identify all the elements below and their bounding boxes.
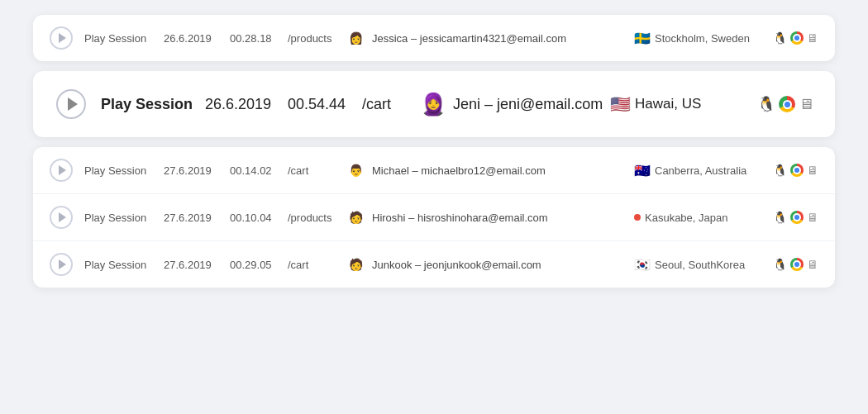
- session-date-5: 27.6.2019: [164, 259, 230, 271]
- flag-icon-5: 🇰🇷: [634, 257, 651, 273]
- session-path-4: /products: [288, 212, 346, 224]
- user-text-5: Junkook – jeonjunkook@email.com: [372, 259, 541, 271]
- play-button-1[interactable]: [50, 26, 73, 50]
- location-1: 🇸🇪 Stockholm, Sweden: [634, 31, 766, 46]
- user-text-2: Jeni – jeni@email.com: [453, 96, 603, 113]
- play-button-5[interactable]: [50, 253, 73, 276]
- flag-dot-4: [634, 214, 641, 221]
- user-info-2: 🧕 Jeni – jeni@email.com: [420, 91, 610, 117]
- play-icon-1: [59, 33, 66, 43]
- flag-icon-3: 🇦🇺: [634, 163, 651, 178]
- session-card-1: Play Session 26.6.2019 00.28.18 /product…: [33, 15, 835, 61]
- linux-icon-4: 🐧: [773, 211, 787, 224]
- session-row-2: Play Session 26.6.2019 00.54.44 /cart 🧕 …: [33, 71, 835, 137]
- session-date-3: 27.6.2019: [164, 164, 230, 177]
- avatar-1: 👩: [346, 28, 365, 48]
- session-date-2: 26.6.2019: [205, 96, 288, 113]
- flag-icon-1: 🇸🇪: [634, 31, 651, 46]
- session-label-1: Play Session: [84, 32, 159, 45]
- tech-icons-2: 🐧 🖥: [757, 95, 813, 113]
- session-label-5: Play Session: [84, 259, 159, 271]
- user-info-3: 👨 Michael – michaelbro12@email.com: [346, 160, 634, 180]
- session-row-3: Play Session 27.6.2019 00.14.02 /cart 👨 …: [33, 147, 835, 194]
- location-5: 🇰🇷 Seoul, SouthKorea: [634, 257, 766, 273]
- monitor-icon-2: 🖥: [799, 96, 813, 113]
- tech-icons-1: 🐧 🖥: [773, 31, 818, 45]
- chrome-icon-1: [790, 31, 804, 45]
- tech-icons-5: 🐧 🖥: [773, 258, 818, 271]
- session-path-1: /products: [288, 32, 346, 45]
- chrome-icon-5: [790, 258, 804, 271]
- flag-icon-2: 🇺🇸: [610, 94, 631, 114]
- play-icon-5: [59, 259, 66, 269]
- play-button-2[interactable]: [56, 89, 86, 119]
- session-path-3: /cart: [288, 164, 346, 177]
- chrome-icon-4: [790, 211, 804, 224]
- location-3: 🇦🇺 Canberra, Australia: [634, 163, 766, 178]
- session-card-2: Play Session 26.6.2019 00.54.44 /cart 🧕 …: [33, 71, 835, 137]
- location-text-1: Stockholm, Sweden: [655, 32, 750, 45]
- session-time-5: 00.29.05: [230, 259, 288, 271]
- session-path-2: /cart: [362, 96, 420, 113]
- session-time-3: 00.14.02: [230, 164, 288, 177]
- monitor-icon-3: 🖥: [807, 164, 818, 177]
- session-time-4: 00.10.04: [230, 212, 288, 224]
- session-row-1: Play Session 26.6.2019 00.28.18 /product…: [33, 15, 835, 61]
- session-date-1: 26.6.2019: [164, 32, 230, 45]
- monitor-icon-5: 🖥: [807, 258, 818, 271]
- linux-icon-2: 🐧: [757, 95, 775, 113]
- location-text-4: Kasukabe, Japan: [645, 212, 727, 224]
- location-2: 🇺🇸 Hawai, US: [610, 94, 751, 114]
- tech-icons-4: 🐧 🖥: [773, 211, 818, 224]
- session-card-group: Play Session 27.6.2019 00.14.02 /cart 👨 …: [33, 147, 835, 288]
- avatar-4: 🧑: [346, 207, 365, 227]
- play-button-4[interactable]: [50, 206, 73, 229]
- location-text-3: Canberra, Australia: [655, 164, 746, 177]
- user-text-4: Hiroshi – hisroshinohara@email.com: [372, 212, 548, 224]
- user-text-1: Jessica – jessicamartin4321@email.com: [372, 32, 566, 45]
- user-text-3: Michael – michaelbro12@email.com: [372, 164, 546, 177]
- session-label-4: Play Session: [84, 212, 159, 224]
- user-info-5: 🧑 Junkook – jeonjunkook@email.com: [346, 255, 634, 274]
- session-label-2: Play Session: [101, 96, 200, 113]
- play-icon-4: [59, 212, 66, 222]
- avatar-2: 🧕: [420, 91, 446, 117]
- session-label-3: Play Session: [84, 164, 159, 177]
- location-text-5: Seoul, SouthKorea: [655, 259, 745, 271]
- user-info-4: 🧑 Hiroshi – hisroshinohara@email.com: [346, 207, 634, 227]
- session-row-5: Play Session 27.6.2019 00.29.05 /cart 🧑 …: [33, 241, 835, 288]
- avatar-5: 🧑: [346, 255, 365, 274]
- session-time-1: 00.28.18: [230, 32, 288, 45]
- session-date-4: 27.6.2019: [164, 212, 230, 224]
- tech-icons-3: 🐧 🖥: [773, 164, 818, 177]
- linux-icon-3: 🐧: [773, 164, 787, 177]
- monitor-icon-4: 🖥: [807, 211, 818, 224]
- play-button-3[interactable]: [50, 159, 73, 182]
- linux-icon-1: 🐧: [773, 31, 787, 45]
- play-icon-3: [59, 165, 66, 175]
- linux-icon-5: 🐧: [773, 258, 787, 271]
- session-path-5: /cart: [288, 259, 346, 271]
- chrome-icon-3: [790, 164, 804, 177]
- session-row-4: Play Session 27.6.2019 00.10.04 /product…: [33, 194, 835, 241]
- play-icon-2: [68, 98, 78, 111]
- location-text-2: Hawai, US: [635, 96, 701, 112]
- location-4: Kasukabe, Japan: [634, 212, 766, 224]
- avatar-3: 👨: [346, 160, 365, 180]
- user-info-1: 👩 Jessica – jessicamartin4321@email.com: [346, 28, 634, 48]
- chrome-icon-2: [779, 96, 795, 112]
- monitor-icon-1: 🖥: [807, 31, 818, 45]
- session-time-2: 00.54.44: [288, 96, 362, 113]
